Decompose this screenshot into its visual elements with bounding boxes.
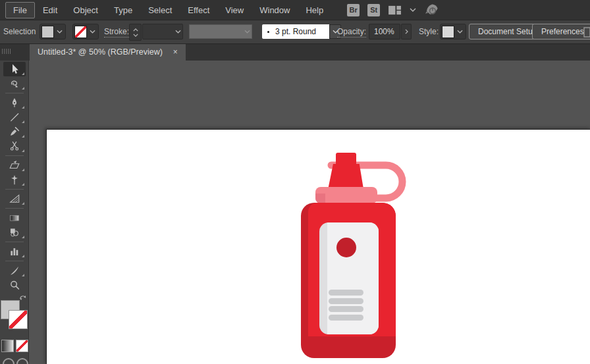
stroke-none-swatch[interactable] [74, 26, 87, 38]
scissors-tool[interactable] [3, 139, 26, 153]
knife-icon [9, 265, 20, 276]
close-icon[interactable]: × [173, 48, 178, 56]
document-tab-title: Untitled-3* @ 50% (RGB/Preview) [38, 47, 163, 57]
stock-button[interactable]: St [367, 4, 380, 16]
cap-band-accent-shape [315, 194, 325, 203]
menu-item-window[interactable]: Window [252, 2, 298, 18]
gradient-swatch-button[interactable] [1, 340, 14, 352]
chevron-down-icon[interactable] [456, 26, 464, 38]
chevron-down-icon[interactable] [174, 26, 182, 38]
brush-preset-label: 3 pt. Round [275, 27, 316, 36]
chevron-down-icon[interactable] [243, 26, 252, 38]
flyout-triangle-icon [22, 135, 24, 138]
control-bar: Selection Stroke: [0, 20, 590, 44]
free-transform-icon [9, 159, 20, 171]
shape-builder-tool[interactable] [3, 225, 26, 240]
menu-item-view[interactable]: View [217, 2, 252, 18]
toolbar-separator [5, 261, 24, 261]
label-text-line-shape [329, 298, 363, 304]
flyout-triangle-icon [22, 274, 24, 276]
knife-tool[interactable] [3, 263, 26, 278]
pasteboard[interactable] [28, 61, 590, 364]
opacity-label[interactable]: Opacity: [337, 27, 366, 38]
shape-builder-icon [9, 226, 20, 238]
column-graph-tool[interactable] [3, 244, 26, 259]
style-dropdown[interactable] [440, 24, 466, 39]
pen-icon [9, 97, 20, 109]
bottle-label-shape [319, 222, 379, 334]
stroke-color-indicator[interactable] [9, 310, 28, 329]
variable-width-profile-dropdown[interactable] [189, 24, 252, 39]
perspective-grid-tool[interactable] [3, 192, 26, 206]
flyout-triangle-icon [22, 202, 24, 205]
stroke-width-stepper[interactable] [129, 24, 142, 41]
flyout-triangle-icon [22, 106, 24, 109]
scissors-icon [9, 140, 20, 152]
ketchup-bottle-artwork[interactable] [47, 130, 590, 364]
menu-item-file[interactable]: File [5, 2, 35, 18]
line-icon [9, 111, 20, 123]
opacity-field[interactable]: 100% [369, 24, 400, 39]
workspace-switcher-icon[interactable] [388, 5, 402, 16]
pen-tool[interactable] [3, 95, 26, 110]
brush-dot-preview [267, 31, 269, 33]
toolbar-grip[interactable] [2, 49, 12, 54]
chevron-down-icon[interactable] [55, 26, 64, 38]
perspective-icon [9, 193, 20, 205]
selection-tool[interactable] [3, 62, 26, 76]
preferences-button[interactable]: Preferences [532, 24, 590, 39]
label-text-line-shape [329, 306, 363, 312]
menu-item-object[interactable]: Object [65, 2, 106, 18]
nozzle-tip-shape [336, 153, 356, 165]
pin-icon [9, 174, 20, 186]
chevron-down-icon [133, 34, 138, 37]
lasso-tool[interactable] [3, 76, 26, 91]
clipped-control-icon[interactable] [582, 25, 590, 39]
flyout-triangle-icon [22, 255, 24, 257]
artboard[interactable] [46, 129, 590, 364]
toolbar-separator [5, 242, 24, 242]
document-tab[interactable]: Untitled-3* @ 50% (RGB/Preview) × [30, 43, 186, 61]
draw-mode-icon[interactable] [16, 358, 28, 364]
menu-item-effect[interactable]: Effect [180, 2, 217, 18]
bridge-button[interactable]: Br [347, 4, 360, 16]
stroke-label[interactable]: Stroke: [104, 27, 129, 38]
illustrator-window: FileEditObjectTypeSelectEffectViewWindow… [0, 0, 590, 364]
graph-icon [9, 246, 20, 257]
gpu-performance-icon[interactable] [424, 3, 439, 17]
flyout-triangle-icon [22, 149, 24, 152]
menu-item-select[interactable]: Select [140, 2, 180, 18]
zoom-tool[interactable] [3, 278, 26, 292]
style-label: Style: [419, 27, 439, 36]
menu-item-help[interactable]: Help [298, 2, 331, 18]
puppet-warp-tool[interactable] [3, 172, 26, 187]
menu-bar-extras: Br St [347, 3, 439, 17]
flyout-triangle-icon [22, 87, 24, 90]
stroke-width-dropdown[interactable] [142, 24, 183, 39]
context-label: Selection [3, 27, 36, 36]
line-segment-tool[interactable] [3, 110, 26, 124]
menu-items: FileEditObjectTypeSelectEffectViewWindow… [5, 2, 331, 18]
style-swatch[interactable] [442, 26, 454, 38]
chevron-down-icon[interactable] [410, 8, 416, 12]
paintbrush-tool[interactable] [3, 124, 26, 139]
opacity-expand-button[interactable] [401, 24, 412, 39]
label-text-line-shape [329, 315, 363, 321]
flyout-triangle-icon [22, 72, 24, 75]
brush-definition-dropdown[interactable]: 3 pt. Round [262, 24, 341, 39]
menu-item-type[interactable]: Type [106, 2, 140, 18]
free-transform-tool[interactable] [3, 158, 26, 172]
stroke-color-dropdown[interactable] [72, 24, 99, 39]
draw-mode-icon[interactable] [3, 358, 14, 364]
chevron-down-icon[interactable] [88, 26, 97, 38]
gradient-tool[interactable] [3, 211, 26, 225]
fill-swatch[interactable] [41, 26, 54, 38]
menu-item-edit[interactable]: Edit [35, 2, 65, 18]
chevron-up-icon [133, 28, 138, 32]
gradient-icon [9, 212, 20, 224]
brush-preset-field[interactable]: 3 pt. Round [262, 24, 329, 39]
lasso-icon [9, 78, 20, 90]
none-swatch-button[interactable] [16, 340, 28, 352]
tools-panel [0, 61, 29, 364]
fill-color-dropdown[interactable] [40, 24, 66, 39]
